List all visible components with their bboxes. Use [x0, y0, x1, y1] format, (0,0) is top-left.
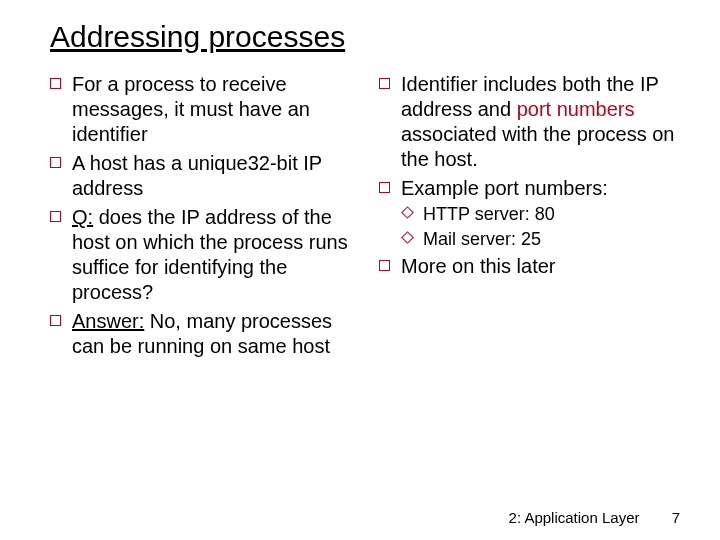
- answer-prefix: Answer:: [72, 310, 144, 332]
- left-column: For a process to receive messages, it mu…: [50, 72, 351, 363]
- bullet-text: does the IP address of the host on which…: [72, 206, 348, 303]
- bullet-text: A host has a unique32-bit IP address: [72, 152, 322, 199]
- slide: Addressing processes For a process to re…: [0, 0, 720, 540]
- bullet-text: More on this later: [401, 255, 556, 277]
- left-bullets: For a process to receive messages, it mu…: [50, 72, 351, 359]
- right-column: Identifier includes both the IP address …: [379, 72, 680, 363]
- q-prefix: Q:: [72, 206, 93, 228]
- sub-text: Mail server: 25: [423, 229, 541, 249]
- bullet-item: For a process to receive messages, it mu…: [50, 72, 351, 147]
- right-bullets: Identifier includes both the IP address …: [379, 72, 680, 279]
- footer: 2: Application Layer 7: [509, 509, 680, 526]
- slide-title: Addressing processes: [50, 20, 680, 54]
- example-sublist: HTTP server: 80 Mail server: 25: [401, 203, 680, 250]
- bullet-item: A host has a unique32-bit IP address: [50, 151, 351, 201]
- bullet-text-post: associated with the process on the host.: [401, 123, 675, 170]
- footer-section: 2: Application Layer: [509, 509, 640, 526]
- bullet-item: Answer: No, many processes can be runnin…: [50, 309, 351, 359]
- columns: For a process to receive messages, it mu…: [50, 72, 680, 363]
- sub-item: HTTP server: 80: [401, 203, 680, 226]
- bullet-item: Q: does the IP address of the host on wh…: [50, 205, 351, 305]
- bullet-item: More on this later: [379, 254, 680, 279]
- sub-text: HTTP server: 80: [423, 204, 555, 224]
- port-numbers-highlight: port numbers: [517, 98, 635, 120]
- bullet-item: Example port numbers: HTTP server: 80 Ma…: [379, 176, 680, 250]
- footer-page-number: 7: [672, 509, 680, 526]
- sub-item: Mail server: 25: [401, 228, 680, 251]
- bullet-text: Example port numbers:: [401, 177, 608, 199]
- bullet-item: Identifier includes both the IP address …: [379, 72, 680, 172]
- bullet-text: For a process to receive messages, it mu…: [72, 73, 310, 145]
